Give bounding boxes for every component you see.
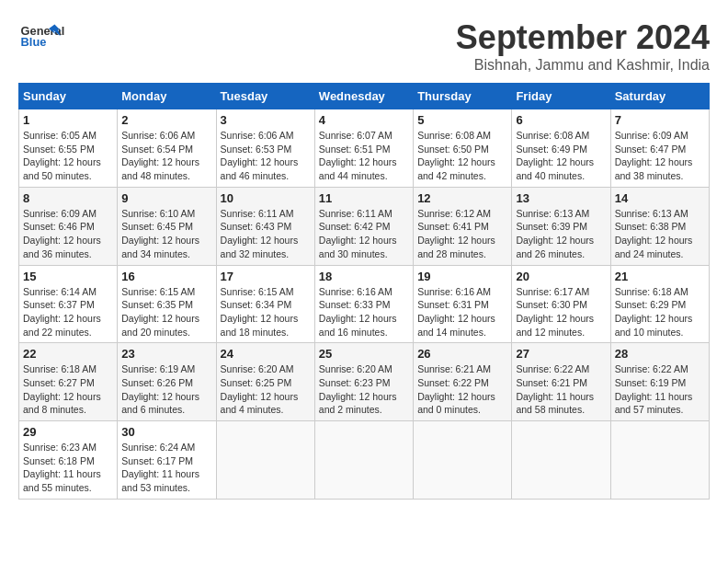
calendar-cell: 3 Sunrise: 6:06 AM Sunset: 6:53 PM Dayli…: [216, 109, 314, 188]
day-number: 3: [221, 113, 311, 127]
calendar-cell: 13 Sunrise: 6:13 AM Sunset: 6:39 PM Dayl…: [512, 187, 610, 265]
day-info: Sunrise: 6:05 AM Sunset: 6:55 PM Dayligh…: [23, 129, 113, 183]
calendar-cell: 28 Sunrise: 6:22 AM Sunset: 6:19 PM Dayl…: [610, 343, 709, 421]
calendar-cell: 27 Sunrise: 6:22 AM Sunset: 6:21 PM Dayl…: [512, 343, 610, 421]
day-info: Sunrise: 6:14 AM Sunset: 6:37 PM Dayligh…: [23, 285, 113, 339]
calendar-cell: 4 Sunrise: 6:07 AM Sunset: 6:51 PM Dayli…: [314, 109, 413, 188]
week-row-3: 15 Sunrise: 6:14 AM Sunset: 6:37 PM Dayl…: [19, 265, 710, 343]
day-info: Sunrise: 6:19 AM Sunset: 6:26 PM Dayligh…: [121, 362, 211, 417]
calendar-cell: 8 Sunrise: 6:09 AM Sunset: 6:46 PM Dayli…: [19, 187, 118, 265]
week-row-5: 29 Sunrise: 6:23 AM Sunset: 6:18 PM Dayl…: [19, 421, 710, 500]
weekday-saturday: Saturday: [610, 84, 709, 109]
day-info: Sunrise: 6:15 AM Sunset: 6:35 PM Dayligh…: [121, 285, 211, 339]
day-number: 17: [221, 270, 311, 283]
weekday-thursday: Thursday: [414, 84, 512, 109]
day-number: 30: [121, 425, 211, 439]
day-number: 29: [23, 425, 113, 439]
calendar-cell: [314, 421, 413, 500]
calendar-cell: 18 Sunrise: 6:16 AM Sunset: 6:33 PM Dayl…: [314, 265, 413, 343]
day-number: 27: [516, 347, 606, 361]
day-info: Sunrise: 6:13 AM Sunset: 6:39 PM Dayligh…: [516, 207, 606, 261]
day-number: 2: [121, 113, 211, 127]
day-number: 9: [121, 191, 211, 205]
calendar-cell: 24 Sunrise: 6:20 AM Sunset: 6:25 PM Dayl…: [216, 343, 314, 421]
day-info: Sunrise: 6:24 AM Sunset: 6:17 PM Dayligh…: [121, 441, 211, 495]
day-number: 22: [23, 347, 113, 361]
day-info: Sunrise: 6:18 AM Sunset: 6:29 PM Dayligh…: [615, 285, 705, 339]
day-number: 19: [417, 270, 507, 283]
weekday-friday: Friday: [512, 84, 610, 109]
calendar-cell: 2 Sunrise: 6:06 AM Sunset: 6:54 PM Dayli…: [118, 109, 216, 188]
day-info: Sunrise: 6:17 AM Sunset: 6:30 PM Dayligh…: [516, 285, 606, 339]
day-info: Sunrise: 6:18 AM Sunset: 6:27 PM Dayligh…: [23, 362, 113, 417]
day-info: Sunrise: 6:08 AM Sunset: 6:50 PM Dayligh…: [417, 129, 507, 183]
day-number: 10: [221, 191, 311, 205]
calendar-cell: 21 Sunrise: 6:18 AM Sunset: 6:29 PM Dayl…: [610, 265, 709, 343]
weekday-tuesday: Tuesday: [216, 84, 314, 109]
title-area: September 2024 Bishnah, Jammu and Kashmi…: [456, 18, 710, 74]
day-number: 7: [615, 113, 705, 127]
week-row-4: 22 Sunrise: 6:18 AM Sunset: 6:27 PM Dayl…: [19, 343, 710, 421]
calendar-cell: 25 Sunrise: 6:20 AM Sunset: 6:23 PM Dayl…: [314, 343, 413, 421]
day-info: Sunrise: 6:23 AM Sunset: 6:18 PM Dayligh…: [23, 441, 113, 495]
day-info: Sunrise: 6:11 AM Sunset: 6:42 PM Dayligh…: [319, 207, 409, 261]
day-number: 26: [417, 347, 507, 361]
calendar-cell: 5 Sunrise: 6:08 AM Sunset: 6:50 PM Dayli…: [414, 109, 512, 188]
calendar-cell: 30 Sunrise: 6:24 AM Sunset: 6:17 PM Dayl…: [118, 421, 216, 500]
day-info: Sunrise: 6:13 AM Sunset: 6:38 PM Dayligh…: [615, 207, 705, 261]
day-number: 1: [23, 113, 113, 127]
day-number: 28: [615, 347, 705, 361]
day-info: Sunrise: 6:07 AM Sunset: 6:51 PM Dayligh…: [319, 129, 409, 183]
calendar: SundayMondayTuesdayWednesdayThursdayFrid…: [18, 83, 710, 500]
calendar-cell: 26 Sunrise: 6:21 AM Sunset: 6:22 PM Dayl…: [414, 343, 512, 421]
week-row-1: 1 Sunrise: 6:05 AM Sunset: 6:55 PM Dayli…: [19, 109, 710, 188]
day-number: 4: [319, 113, 409, 127]
day-info: Sunrise: 6:10 AM Sunset: 6:45 PM Dayligh…: [121, 207, 211, 261]
day-number: 5: [417, 113, 507, 127]
logo: General Blue: [18, 18, 64, 55]
month-title: September 2024: [456, 18, 710, 57]
day-info: Sunrise: 6:21 AM Sunset: 6:22 PM Dayligh…: [417, 362, 507, 417]
weekday-wednesday: Wednesday: [314, 84, 413, 109]
day-number: 14: [615, 191, 705, 205]
day-info: Sunrise: 6:16 AM Sunset: 6:33 PM Dayligh…: [319, 285, 409, 339]
calendar-cell: 19 Sunrise: 6:16 AM Sunset: 6:31 PM Dayl…: [414, 265, 512, 343]
day-info: Sunrise: 6:20 AM Sunset: 6:23 PM Dayligh…: [319, 362, 409, 417]
svg-text:Blue: Blue: [21, 35, 47, 49]
day-number: 20: [516, 270, 606, 283]
calendar-cell: 23 Sunrise: 6:19 AM Sunset: 6:26 PM Dayl…: [118, 343, 216, 421]
day-info: Sunrise: 6:11 AM Sunset: 6:43 PM Dayligh…: [221, 207, 311, 261]
day-number: 25: [319, 347, 409, 361]
calendar-cell: 7 Sunrise: 6:09 AM Sunset: 6:47 PM Dayli…: [610, 109, 709, 188]
day-number: 18: [319, 270, 409, 283]
day-info: Sunrise: 6:22 AM Sunset: 6:19 PM Dayligh…: [615, 362, 705, 417]
calendar-cell: 20 Sunrise: 6:17 AM Sunset: 6:30 PM Dayl…: [512, 265, 610, 343]
day-info: Sunrise: 6:06 AM Sunset: 6:53 PM Dayligh…: [221, 129, 311, 183]
day-number: 13: [516, 191, 606, 205]
day-number: 24: [221, 347, 311, 361]
calendar-cell: 16 Sunrise: 6:15 AM Sunset: 6:35 PM Dayl…: [118, 265, 216, 343]
calendar-cell: 29 Sunrise: 6:23 AM Sunset: 6:18 PM Dayl…: [19, 421, 118, 500]
calendar-cell: 6 Sunrise: 6:08 AM Sunset: 6:49 PM Dayli…: [512, 109, 610, 188]
day-info: Sunrise: 6:22 AM Sunset: 6:21 PM Dayligh…: [516, 362, 606, 417]
day-number: 11: [319, 191, 409, 205]
calendar-cell: 9 Sunrise: 6:10 AM Sunset: 6:45 PM Dayli…: [118, 187, 216, 265]
calendar-cell: 22 Sunrise: 6:18 AM Sunset: 6:27 PM Dayl…: [19, 343, 118, 421]
day-info: Sunrise: 6:08 AM Sunset: 6:49 PM Dayligh…: [516, 129, 606, 183]
day-info: Sunrise: 6:20 AM Sunset: 6:25 PM Dayligh…: [221, 362, 311, 417]
calendar-cell: [512, 421, 610, 500]
calendar-cell: 14 Sunrise: 6:13 AM Sunset: 6:38 PM Dayl…: [610, 187, 709, 265]
day-info: Sunrise: 6:09 AM Sunset: 6:46 PM Dayligh…: [23, 207, 113, 261]
calendar-cell: [414, 421, 512, 500]
weekday-monday: Monday: [118, 84, 216, 109]
weekday-header: SundayMondayTuesdayWednesdayThursdayFrid…: [19, 84, 710, 109]
calendar-cell: 1 Sunrise: 6:05 AM Sunset: 6:55 PM Dayli…: [19, 109, 118, 188]
week-row-2: 8 Sunrise: 6:09 AM Sunset: 6:46 PM Dayli…: [19, 187, 710, 265]
day-info: Sunrise: 6:06 AM Sunset: 6:54 PM Dayligh…: [121, 129, 211, 183]
calendar-cell: 10 Sunrise: 6:11 AM Sunset: 6:43 PM Dayl…: [216, 187, 314, 265]
day-number: 23: [121, 347, 211, 361]
day-info: Sunrise: 6:16 AM Sunset: 6:31 PM Dayligh…: [417, 285, 507, 339]
day-number: 12: [417, 191, 507, 205]
location-title: Bishnah, Jammu and Kashmir, India: [456, 57, 710, 74]
day-number: 21: [615, 270, 705, 283]
